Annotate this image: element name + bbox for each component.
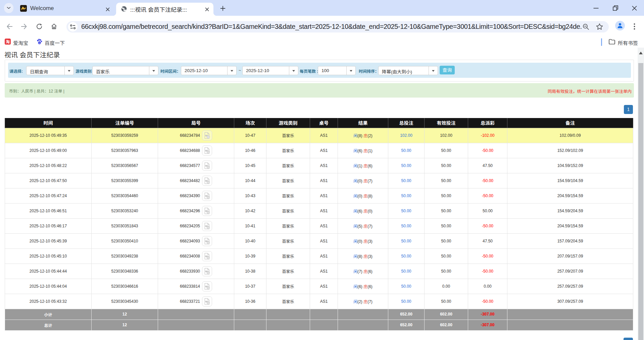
svg-text:淘: 淘 (6, 39, 10, 44)
svg-text:du: du (38, 42, 40, 44)
